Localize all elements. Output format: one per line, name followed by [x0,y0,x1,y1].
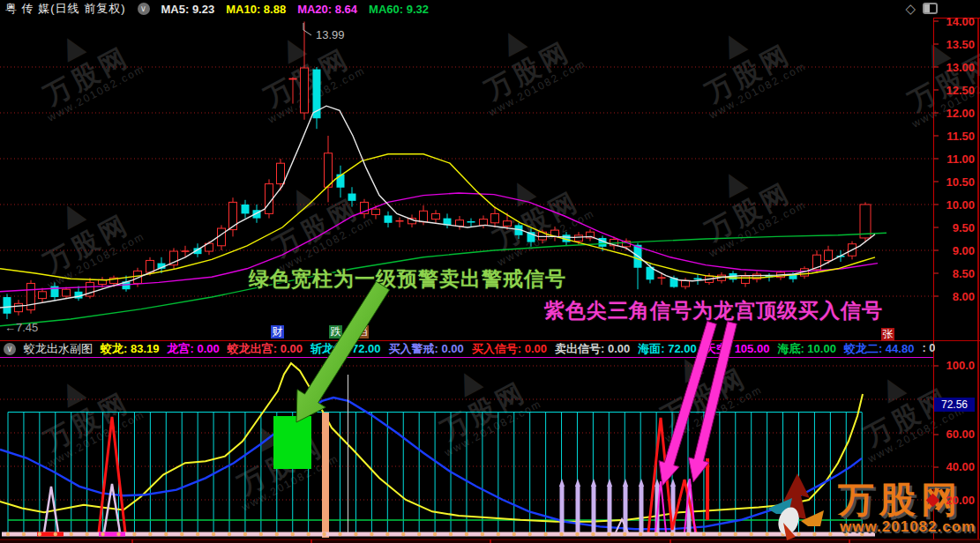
window-controls: ◇ [905,2,938,15]
indicator-field: 蛟龙: 83.19 [101,342,159,356]
indicator-field: 海底: 10.00 [777,342,835,356]
badge-finance[interactable]: 财 [271,325,284,338]
indicator-axis-label: 60.00 [937,428,975,441]
price-axis-label: 11.50 [937,130,975,143]
low-price-label: ←7.45 [4,321,38,334]
price-axis-label: 10.00 [937,198,975,212]
price-axis-label: 13.00 [937,61,975,74]
badge-decline[interactable]: 跌 [329,325,342,338]
indicator-bar: ∨ 蛟龙出水副图 蛟龙: 83.19龙宫: 0.00蛟龙出宫: 0.00斩龙剑:… [0,342,935,356]
ma-value: MA60: 9.32 [369,3,429,16]
indicator-field: 海面: 72.00 [638,342,696,356]
diamond-icon[interactable]: ◇ [905,2,916,15]
indicator-axis-label: 40.00 [937,460,975,473]
top-info-bar: 粤 传 媒(日线 前复权) ∨ MA5: 9.23MA10: 8.88MA20:… [0,0,931,18]
price-axis-label: 8.50 [937,267,975,280]
site-logo: 万股网 www.201082.com [766,468,836,543]
indicator-field: : 0.00 [922,342,935,356]
indicator-field: 蛟龙出宫: 0.00 [228,342,303,356]
indicator-field: 天空: 105.00 [705,342,770,356]
chevron-down-icon[interactable]: ∨ [138,3,150,15]
green-annotation-text: 绿色宽柱为一级预警卖出警戒信号 [249,265,566,293]
indicator-field: 买入警戒: 0.00 [388,342,463,356]
badge-rise[interactable]: 张 [881,328,894,341]
indicator-axis-label: 100.0 [937,359,975,372]
indicator-field: 买入信号: 0.00 [472,342,547,356]
price-axis-label: 11.00 [937,152,975,166]
price-axis-label: 9.50 [937,221,975,234]
pinwheel-logo-icon [766,468,836,543]
high-price-label: 13.99 [316,28,345,41]
app-window: ▲万股网www.201082.com▲万股网www.201082.com▲万股网… [0,0,980,543]
indicator-name: 蛟龙出水副图 [24,342,93,356]
logo-url: www.201082.com [840,518,976,536]
ma-values: MA5: 9.23MA10: 8.88MA20: 8.64MA60: 9.32 [161,3,429,16]
ma-value: MA10: 8.88 [226,3,286,16]
indicator-values: 蛟龙: 83.19龙宫: 0.00蛟龙出宫: 0.00斩龙剑: 72.00买入警… [101,342,935,356]
chevron-down-icon[interactable]: ∨ [4,343,16,355]
price-axis-label: 10.50 [937,175,975,189]
indicator-field: 卖出信号: 0.00 [555,342,630,356]
ma-value: MA5: 9.23 [161,3,215,16]
split-window-icon[interactable] [923,3,938,14]
stock-title: 粤 传 媒(日线 前复权) [5,1,126,17]
indicator-field: 斩龙剑: 72.00 [310,342,380,356]
price-axis-label: 12.00 [937,107,975,120]
price-axis-label: 8.00 [937,290,975,303]
badge-level[interactable]: 档 [355,325,369,338]
price-axis-label: 9.00 [937,244,975,257]
magenta-annotation-text: 紫色尖三角信号为龙宫顶级买入信号 [544,297,883,324]
indicator-field: 蛟龙二: 44.80 [844,342,914,356]
ma-value: MA20: 8.64 [297,3,357,16]
price-axis-label: 12.50 [937,84,975,97]
indicator-axis-label: 20.00 [937,494,975,507]
price-axis-label: 14.00 [937,15,975,28]
indicator-field: 龙宫: 0.00 [167,342,219,356]
current-value-box: 72.56 [934,398,975,412]
price-axis-label: 13.50 [937,38,975,51]
